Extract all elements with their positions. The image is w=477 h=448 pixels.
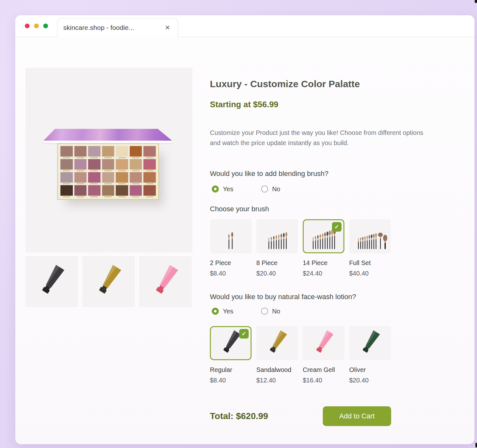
- browser-tab[interactable]: skincare.shop - foodie... ✕: [57, 18, 178, 37]
- option-name: 2 Piece: [210, 259, 252, 267]
- palette-swatch: [74, 146, 87, 159]
- thumbnail-pink-tube[interactable]: [139, 256, 192, 307]
- purchase-footer: Total: $620.99 Add to Cart: [210, 406, 391, 426]
- product-gallery: [25, 68, 192, 307]
- cream-gell-tube-icon: [309, 329, 338, 358]
- palette-swatch: [102, 172, 114, 185]
- palette-swatch: [143, 172, 156, 185]
- palette-swatch: [88, 146, 100, 159]
- radio-label: Yes: [223, 308, 233, 315]
- page-content: Luxury - Customize Color Palatte Startin…: [15, 37, 474, 444]
- add-to-cart-button[interactable]: Add to Cart: [323, 406, 391, 426]
- palette-swatch: [130, 159, 142, 172]
- brush-set-2-icon: [211, 220, 251, 252]
- brush-card-8-piece[interactable]: [256, 219, 298, 253]
- tab-title: skincare.shop - foodie...: [63, 24, 163, 32]
- palette-swatch: [130, 172, 142, 185]
- option-name: Cream Gell: [303, 366, 344, 374]
- radio-label: Yes: [223, 186, 233, 193]
- option-price: $16.40: [303, 376, 344, 384]
- palette-swatch: [130, 185, 142, 198]
- palette-swatch: [60, 172, 73, 185]
- sandalwood-tube-icon: [263, 329, 292, 358]
- lotion-question: Would you like to buy natural face-wash …: [210, 293, 441, 301]
- product-configurator: Luxury - Customize Color Palatte Startin…: [210, 78, 441, 426]
- thumbnail-gold-tube[interactable]: [82, 256, 135, 307]
- radio-label: No: [272, 308, 280, 315]
- product-description: Customize your Product just the way you …: [210, 128, 434, 148]
- thumbnail-strip: [25, 256, 192, 307]
- blending-brush-no-option[interactable]: No: [261, 186, 280, 193]
- option-price: $20.40: [349, 376, 391, 384]
- pink-tube-icon: [147, 263, 184, 300]
- radio-selected-icon[interactable]: [212, 186, 219, 192]
- lotion-option-cream-gell: Cream Gell $16.40: [303, 326, 344, 384]
- browser-tab-bar: skincare.shop - foodie... ✕: [15, 15, 474, 37]
- blending-brush-yes-option[interactable]: Yes: [212, 186, 233, 193]
- gold-tube-icon: [90, 263, 128, 300]
- black-tube-icon: [33, 263, 71, 300]
- palette-swatch: [60, 146, 73, 159]
- lotion-card-sandalwood[interactable]: [256, 326, 298, 360]
- lotion-radio-row: Yes No: [210, 307, 441, 315]
- total-price: Total: $620.99: [210, 411, 268, 421]
- option-price: $8.40: [210, 376, 252, 384]
- option-name: Oliver: [349, 366, 391, 374]
- palette-swatch: [116, 172, 128, 185]
- option-price: $8.40: [210, 270, 252, 277]
- thumbnail-black-tube[interactable]: [25, 256, 78, 307]
- palette-swatch: [102, 146, 114, 159]
- screen-artifact: [475, 0, 477, 3]
- brush-set-8-icon: [258, 220, 297, 252]
- palette-swatch: [143, 146, 156, 159]
- oliver-tube-icon: [356, 329, 385, 358]
- page-title: Luxury - Customize Color Palatte: [210, 78, 441, 90]
- lotion-card-cream-gell[interactable]: [303, 326, 344, 360]
- palette-swatch: [116, 185, 128, 198]
- palette-swatch: [102, 159, 114, 172]
- palette-edge: [44, 141, 172, 143]
- desktop-background: skincare.shop - foodie... ✕: [0, 0, 477, 448]
- blending-brush-radio-row: Yes No: [210, 185, 441, 193]
- lotion-card-regular[interactable]: ✓: [210, 326, 252, 360]
- palette-base: [57, 143, 159, 200]
- option-price: $24.40: [303, 270, 344, 277]
- palette-swatch: [143, 159, 156, 172]
- radio-unselected-icon[interactable]: [261, 186, 268, 192]
- maximize-window-icon[interactable]: [43, 24, 48, 28]
- lotion-card-oliver[interactable]: [349, 326, 391, 360]
- palette-swatch: [60, 185, 73, 198]
- brush-card-full-set[interactable]: [349, 219, 391, 253]
- radio-label: No: [272, 186, 280, 193]
- option-name: Sandalwood: [256, 366, 298, 374]
- brush-set-full-icon: [350, 220, 390, 252]
- screen-artifact: [475, 443, 477, 447]
- lotion-no-option[interactable]: No: [261, 308, 280, 315]
- option-name: 14 Piece: [303, 259, 344, 267]
- brush-card-14-piece[interactable]: ✓: [303, 219, 344, 253]
- palette-swatch: [88, 185, 100, 198]
- brush-options-row: 2 Piece $8.40 8 Piece $20.40 ✓: [210, 219, 441, 277]
- brush-card-2-piece[interactable]: [210, 219, 252, 253]
- close-window-icon[interactable]: [25, 24, 30, 28]
- choose-brush-heading: Choose your brush: [210, 205, 441, 213]
- palette-swatch: [74, 159, 87, 172]
- selected-check-icon: ✓: [239, 329, 249, 339]
- option-name: 8 Piece: [256, 259, 298, 267]
- window-controls: [15, 24, 48, 28]
- lotion-options-row: ✓ Regular $8.40: [210, 326, 441, 384]
- palette-swatch: [143, 185, 156, 198]
- option-name: Full Set: [349, 259, 391, 267]
- radio-selected-icon[interactable]: [212, 308, 219, 315]
- product-main-image: [25, 68, 192, 252]
- minimize-window-icon[interactable]: [34, 24, 39, 28]
- lotion-option-regular: ✓ Regular $8.40: [210, 326, 252, 384]
- radio-unselected-icon[interactable]: [261, 308, 268, 315]
- tab-close-icon[interactable]: ✕: [163, 23, 171, 32]
- lotion-yes-option[interactable]: Yes: [212, 308, 233, 315]
- eyeshadow-palette-illustration: [44, 129, 173, 200]
- option-price: $12.40: [256, 376, 298, 384]
- palette-swatch: [60, 159, 73, 172]
- blending-brush-question: Would you like to add blending brush?: [210, 170, 441, 178]
- lotion-option-oliver: Oliver $20.40: [349, 326, 391, 384]
